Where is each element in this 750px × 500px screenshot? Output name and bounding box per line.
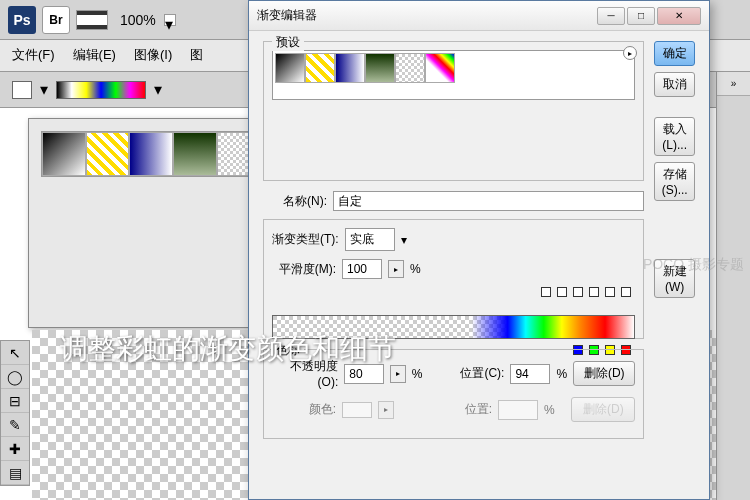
opacity-stop[interactable] [621,287,631,297]
gradient-editor-dialog: 渐变编辑器 ─ □ ✕ 预设 ▸ 名称(N): [248,0,710,500]
stops-label: 色标 [272,342,304,359]
menu-edit[interactable]: 编辑(E) [73,46,116,65]
preset-swatch[interactable] [365,53,395,83]
presets-label: 预设 [272,34,304,51]
panel-collapse-icon[interactable]: » [717,72,750,96]
healing-tool-icon[interactable]: ✚ [1,437,29,461]
preset-swatch[interactable] [395,53,425,83]
ok-button[interactable]: 确定 [654,41,695,66]
opacity-label: 不透明度(O): [272,358,338,389]
percent-label: % [556,367,567,381]
swatch-dropdown-icon[interactable]: ▾ [40,80,48,99]
preset-swatch[interactable] [173,132,217,176]
preset-swatch[interactable] [335,53,365,83]
opacity-stop[interactable] [557,287,567,297]
crop-tool-icon[interactable]: ⊟ [1,389,29,413]
preset-swatch[interactable] [275,53,305,83]
name-label: 名称(N): [263,193,327,210]
gradient-type-select[interactable]: 实底 [345,228,395,251]
bridge-icon[interactable]: Br [42,6,70,34]
brush-tool-icon[interactable]: ✎ [1,413,29,437]
zoom-level[interactable]: 100% [120,12,156,28]
opacity-stop[interactable] [573,287,583,297]
spinner-icon[interactable]: ▸ [390,365,406,383]
smoothness-input[interactable] [342,259,382,279]
smoothness-label: 平滑度(M): [272,261,336,278]
color-location-input [498,400,538,420]
load-button[interactable]: 载入(L)... [654,117,695,156]
close-button[interactable]: ✕ [657,7,701,25]
menu-file[interactable]: 文件(F) [12,46,55,65]
color-label: 颜色: [272,401,336,418]
spinner-icon: ▸ [378,401,394,419]
menu-layer[interactable]: 图 [190,46,203,65]
gradient-tool-icon[interactable]: ▤ [1,461,29,485]
foreground-swatch[interactable] [12,81,32,99]
delete-color-stop-button: 删除(D) [571,397,635,422]
location-label: 位置(C): [440,365,504,382]
maximize-button[interactable]: □ [627,7,655,25]
delete-opacity-stop-button[interactable]: 删除(D) [573,361,635,386]
gradient-preview[interactable] [56,81,146,99]
opacity-stop[interactable] [589,287,599,297]
name-input[interactable] [333,191,644,211]
opacity-stop[interactable] [541,287,551,297]
percent-label: % [412,367,423,381]
gradient-type-label: 渐变类型(T): [272,231,339,248]
dialog-title: 渐变编辑器 [257,7,597,24]
gradient-ramp[interactable] [272,315,635,339]
minimize-button[interactable]: ─ [597,7,625,25]
gradient-dropdown-icon[interactable]: ▾ [154,80,162,99]
save-button[interactable]: 存储(S)... [654,162,695,201]
zoom-dropdown-icon[interactable]: ▾ [164,14,176,26]
menu-image[interactable]: 图像(I) [134,46,172,65]
right-panels: » [716,72,750,500]
location-input[interactable] [510,364,550,384]
preset-swatch[interactable] [42,132,86,176]
preset-swatch[interactable] [425,53,455,83]
location2-label: 位置: [428,401,492,418]
preset-swatch[interactable] [129,132,173,176]
move-tool-icon[interactable]: ↖ [1,341,29,365]
chevron-down-icon[interactable]: ▾ [401,233,407,247]
lasso-tool-icon[interactable]: ◯ [1,365,29,389]
spinner-icon[interactable]: ▸ [388,260,404,278]
preset-swatch[interactable] [86,132,130,176]
photoshop-icon: Ps [8,6,36,34]
percent-label: % [410,262,421,276]
minibridge-icon[interactable] [76,10,108,30]
preset-swatch[interactable] [305,53,335,83]
tools-panel: ↖ ◯ ⊟ ✎ ✚ ▤ [0,340,30,486]
opacity-stop[interactable] [605,287,615,297]
percent-label: % [544,403,555,417]
color-swatch [342,402,372,418]
cancel-button[interactable]: 取消 [654,72,695,97]
watermark: POCO 摄影专题 [643,256,744,274]
opacity-input[interactable] [344,364,384,384]
